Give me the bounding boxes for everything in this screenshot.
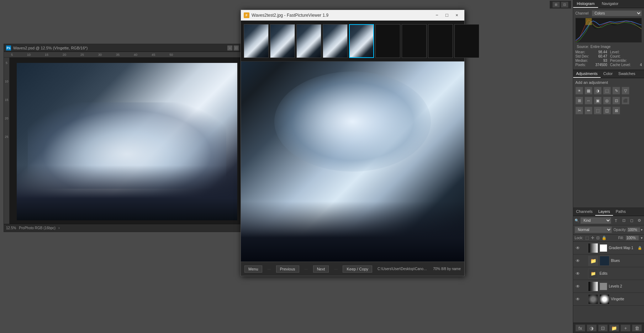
lock-all-icon[interactable]: 🔒 <box>602 236 607 240</box>
tab-swatches[interactable]: Swatches <box>616 70 638 78</box>
hist-mean-val: 98.44 <box>598 50 607 54</box>
adj-brightness-btn[interactable]: ☀ <box>575 87 583 95</box>
layer-eye-edits[interactable]: 👁 <box>575 271 580 276</box>
tab-color[interactable]: Color <box>601 70 616 78</box>
lock-move-icon[interactable]: ✛ <box>591 236 594 240</box>
layers-new-layer-btn[interactable]: + <box>621 324 630 332</box>
layer-item-edits[interactable]: 👁 📁 Edits <box>573 267 644 280</box>
adj-photofilter-btn[interactable]: ▣ <box>594 97 602 104</box>
fpv-thumb-1[interactable] <box>244 24 269 58</box>
ruler-mark: 10 <box>27 53 31 57</box>
layer-eye-levels2[interactable]: 👁 <box>575 284 580 289</box>
layers-fill-input[interactable] <box>626 236 639 240</box>
layers-filter-smart-btn[interactable]: ⚙ <box>636 217 643 224</box>
layers-new-adj-btn[interactable]: ⊡ <box>598 324 608 332</box>
layer-item-vingette[interactable]: 👁 VIngette <box>573 293 644 306</box>
fpv-app-icon: F <box>244 12 249 18</box>
adj-extra-btn[interactable]: ⊠ <box>612 107 620 114</box>
tab-navigator[interactable]: Navigator <box>598 0 622 8</box>
hist-mean-label: Mean: <box>575 50 585 54</box>
ps-title: Waves2.psd @ 12.5% (VIngette, RGB/16*) <box>13 46 88 50</box>
layer-item-gradientmap[interactable]: 👁 Gradient Map 1 🔒 <box>573 242 644 254</box>
hist-source-label: Source: <box>577 45 589 49</box>
fpv-thumb-8[interactable] <box>428 24 453 58</box>
adj-curves-btn[interactable]: ◑ <box>594 87 602 95</box>
layers-opacity-input[interactable] <box>627 227 640 232</box>
layers-opacity-arrow[interactable]: ▾ <box>641 228 643 232</box>
adj-content: Add an adjustment ☀ ▦ ◑ ⬚ ✎ ▽ ⊞ ↔ ▣ ◎ ⊡ … <box>573 78 644 208</box>
layer-eye-blues[interactable]: 👁 <box>575 258 580 263</box>
ps-statusbar: 12.5% ProPhoto RGB (16bpc) › <box>4 224 241 232</box>
fpv-thumb-5[interactable] <box>349 24 374 58</box>
photoshop-window: Ps Waves2.psd @ 12.5% (VIngette, RGB/16*… <box>4 44 241 232</box>
layers-opacity-row: Opacity: ▾ <box>613 227 643 232</box>
fpv-maximize-btn[interactable]: □ <box>442 12 452 19</box>
adj-invert-btn[interactable]: ⬛ <box>622 97 629 104</box>
ps-canvas-area: 5 10 15 20 25 <box>4 58 241 224</box>
toolbar-btn-1[interactable]: ⊞ <box>553 2 560 7</box>
ps-arrow-btn[interactable]: › <box>58 226 59 230</box>
fpv-thumb-9[interactable] <box>454 24 479 58</box>
hist-cache-label: Cache Level: <box>610 63 631 67</box>
hist-channel-row: Channel Colors <box>575 10 642 16</box>
layers-filter-icon-btn[interactable]: T <box>613 217 619 224</box>
fpv-thumb-3[interactable] <box>296 24 321 58</box>
adj-threshold-btn[interactable]: ✏ <box>585 107 592 114</box>
adj-channelmixer-btn[interactable]: ◎ <box>603 97 611 104</box>
fastpicture-window: F Waves2test2.jpg - FastPictureViewer 1.… <box>241 10 465 276</box>
fpv-thumb-4[interactable] <box>323 24 348 58</box>
layers-filter-shape-btn[interactable]: ◻ <box>628 217 635 224</box>
lock-pixels-icon[interactable]: ⬚ <box>585 236 589 240</box>
tab-layers[interactable]: Layers <box>595 208 613 216</box>
hist-cache-val: 4 <box>640 63 642 67</box>
adj-colorbalance-btn[interactable]: ⊞ <box>575 97 583 104</box>
layer-eye-vingette[interactable]: 👁 <box>575 297 580 302</box>
histogram-content: Channel Colors Source: Entire <box>573 8 644 70</box>
fpv-next-btn[interactable]: Next <box>313 265 329 273</box>
adj-gradientmap-btn[interactable]: ⬚ <box>594 107 602 114</box>
layers-fill-arrow[interactable]: ▾ <box>641 236 643 240</box>
ps-minimize-btn[interactable]: − <box>227 45 232 50</box>
hist-std-label: Std Dev: <box>575 54 589 58</box>
tab-adjustments[interactable]: Adjustments <box>573 70 601 78</box>
adj-exposure-btn[interactable]: ⬚ <box>603 87 611 95</box>
fpv-keepcopy-btn[interactable]: Keep / Copy <box>343 265 372 273</box>
hist-median-row: Median: 93 <box>575 59 607 63</box>
fpv-thumb-6[interactable] <box>375 24 400 58</box>
ps-image <box>17 63 237 220</box>
layer-item-levels2[interactable]: 👁 Levels 2 <box>573 280 644 293</box>
adj-bw-btn[interactable]: ↔ <box>585 97 592 104</box>
hist-channel-select[interactable]: Colors <box>592 10 642 16</box>
adj-colorlookup-btn[interactable]: ⊡ <box>612 97 620 104</box>
layers-add-mask-btn[interactable]: ◑ <box>587 324 597 332</box>
layers-filter-adj-btn[interactable]: ⊡ <box>621 217 627 224</box>
adj-vibrance-btn[interactable]: ✎ <box>612 87 620 95</box>
tab-histogram[interactable]: Histogram <box>573 0 598 8</box>
layers-add-style-btn[interactable]: fx <box>575 324 585 332</box>
fpv-main-image[interactable] <box>241 61 464 262</box>
layer-eye-gradientmap[interactable]: 👁 <box>575 246 580 251</box>
lock-artboard-icon[interactable]: ⊡ <box>596 236 600 240</box>
fpv-close-btn[interactable]: × <box>452 12 461 19</box>
layers-kind-select[interactable]: Kind <box>580 217 611 224</box>
layers-new-group-btn[interactable]: 📁 <box>609 324 619 332</box>
ps-maximize-btn[interactable]: □ <box>234 45 239 50</box>
fpv-thumb-7[interactable] <box>402 24 427 58</box>
adj-posterize-btn[interactable]: ✂ <box>575 107 583 114</box>
fpv-previous-btn[interactable]: Previous <box>276 265 299 273</box>
ruler-mark: 5 <box>11 53 13 57</box>
fpv-thumb-2[interactable] <box>270 24 295 58</box>
layers-blendmode-select[interactable]: Normal <box>575 226 612 233</box>
ps-canvas[interactable] <box>10 58 241 224</box>
fpv-menu-btn[interactable]: Menu <box>244 265 262 273</box>
adj-levels-btn[interactable]: ▦ <box>585 87 592 95</box>
tab-channels[interactable]: Channels <box>573 208 595 216</box>
toolbar-btn-2[interactable]: ⊡ <box>561 2 568 7</box>
adj-hsl-btn[interactable]: ▽ <box>622 87 629 95</box>
adj-icons-row-2: ⊞ ↔ ▣ ◎ ⊡ ⬛ <box>575 97 642 104</box>
fpv-minimize-btn[interactable]: − <box>432 12 442 19</box>
layers-delete-btn[interactable]: 🗑 <box>632 324 642 332</box>
adj-selectivecolor-btn[interactable]: ◫ <box>603 107 611 114</box>
tab-paths[interactable]: Paths <box>613 208 629 216</box>
layer-item-blues[interactable]: 👁 📁 Blues <box>573 254 644 267</box>
